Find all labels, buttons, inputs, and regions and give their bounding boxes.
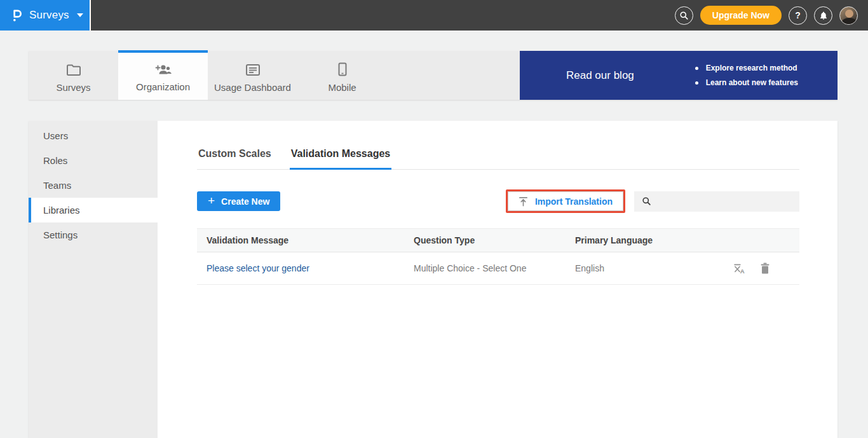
table-row: Please select your gender Multiple Choic… — [197, 252, 799, 285]
column-header-question-type: Question Type — [414, 235, 575, 245]
import-translation-button[interactable]: Import Translation — [508, 191, 623, 211]
translate-icon: A — [733, 262, 746, 275]
folder-icon — [66, 61, 81, 76]
sidebar-item-users[interactable]: Users — [29, 123, 158, 148]
module-nav: Surveys Organization — [29, 51, 837, 100]
banner-title[interactable]: Read our blog — [566, 69, 634, 82]
sidebar-item-roles[interactable]: Roles — [29, 148, 158, 173]
search-icon — [679, 11, 689, 20]
question-type-cell: Multiple Choice - Select One — [414, 263, 575, 273]
nav-item-label: Surveys — [56, 82, 90, 93]
content-card: Users Roles Teams Libraries Settings Cus… — [29, 121, 837, 438]
sidebar-item-libraries[interactable]: Libraries — [29, 198, 158, 222]
nav-item-usage-dashboard[interactable]: Usage Dashboard — [208, 51, 297, 100]
nav-item-label: Mobile — [328, 82, 356, 93]
main-pane: Custom Scales Validation Messages + Crea… — [158, 121, 837, 438]
toolbar: + Create New Import Translation — [197, 189, 799, 213]
upload-icon — [519, 196, 528, 207]
trash-icon — [760, 263, 770, 274]
language-cell: English — [575, 263, 733, 273]
library-tabs: Custom Scales Validation Messages — [197, 148, 799, 170]
tab-validation-messages[interactable]: Validation Messages — [290, 148, 392, 170]
product-label: Surveys — [29, 9, 69, 22]
topbar-actions: Upgrade Now ? — [675, 6, 868, 25]
help-icon: ? — [795, 10, 801, 20]
nav-item-label: Organization — [136, 81, 190, 92]
mobile-icon — [338, 61, 347, 76]
column-header-primary-language: Primary Language — [575, 235, 733, 245]
search-input[interactable] — [657, 191, 799, 212]
app-screen: Surveys Upgrade Now ? — [0, 0, 868, 438]
chevron-down-icon — [77, 13, 83, 17]
plus-icon: + — [208, 195, 215, 207]
sidebar: Users Roles Teams Libraries Settings — [29, 121, 158, 438]
notifications-button[interactable] — [814, 6, 832, 25]
sidebar-item-settings[interactable]: Settings — [29, 222, 158, 247]
sidebar-item-teams[interactable]: Teams — [29, 173, 158, 198]
blog-banner[interactable]: Read our blog Explore research method Le… — [520, 51, 837, 100]
svg-text:A: A — [740, 268, 745, 275]
upgrade-button[interactable]: Upgrade Now — [700, 6, 782, 25]
product-switcher[interactable]: Surveys — [0, 0, 91, 31]
row-actions: A — [733, 262, 799, 275]
banner-bullets: Explore research method Learn about new … — [695, 61, 798, 90]
nav-item-organization[interactable]: Organization — [118, 50, 208, 100]
column-header-validation-message: Validation Message — [197, 235, 414, 245]
help-button[interactable]: ? — [789, 6, 807, 25]
nav-item-surveys[interactable]: Surveys — [29, 51, 118, 100]
nav-item-label: Usage Dashboard — [214, 82, 291, 93]
import-translation-label: Import Translation — [535, 196, 613, 207]
bell-icon — [819, 11, 828, 20]
search-button[interactable] — [675, 6, 693, 25]
create-new-button[interactable]: + Create New — [197, 191, 280, 211]
table-search[interactable] — [634, 191, 799, 212]
module-nav-cards: Surveys Organization — [29, 51, 520, 100]
translate-button[interactable]: A — [733, 262, 746, 275]
table-header: Validation Message Question Type Primary… — [197, 228, 799, 252]
validation-message-link[interactable]: Please select your gender — [207, 263, 309, 273]
tab-custom-scales[interactable]: Custom Scales — [197, 148, 273, 170]
validation-messages-table: Validation Message Question Type Primary… — [197, 228, 799, 285]
search-icon — [642, 196, 651, 206]
banner-bullet: Learn about new features — [695, 76, 798, 90]
banner-bullet: Explore research method — [695, 61, 798, 76]
nav-item-mobile[interactable]: Mobile — [297, 51, 387, 100]
person-add-icon — [154, 60, 172, 76]
topbar: Surveys Upgrade Now ? — [0, 0, 868, 31]
delete-button[interactable] — [760, 263, 770, 274]
avatar[interactable] — [839, 6, 858, 25]
dashboard-icon — [245, 61, 261, 76]
create-new-label: Create New — [221, 196, 269, 207]
questionpro-logo-icon — [10, 8, 23, 24]
import-translation-highlight: Import Translation — [506, 189, 625, 213]
